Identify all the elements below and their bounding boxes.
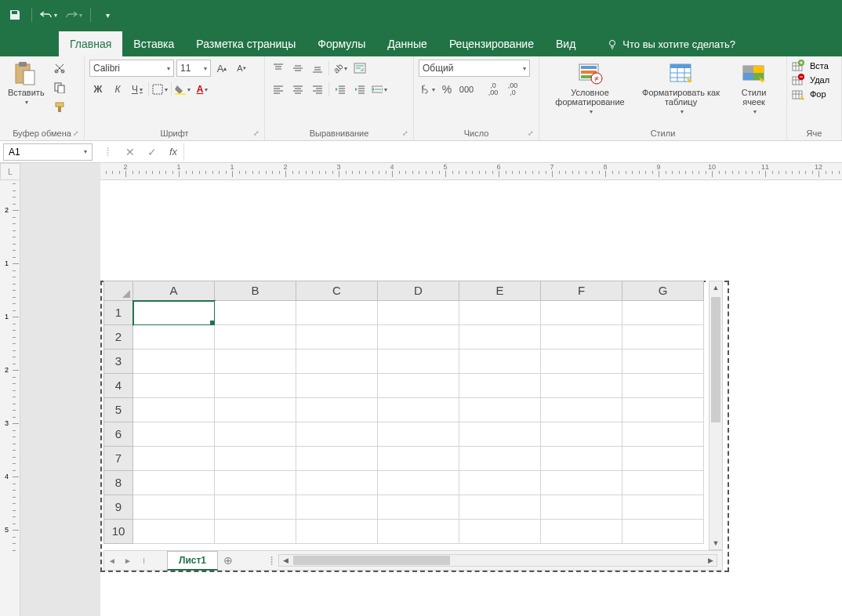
cell[interactable] [133, 301, 215, 325]
cell[interactable] [541, 374, 622, 398]
cell[interactable] [459, 325, 541, 350]
align-left-icon[interactable] [270, 81, 287, 98]
decrease-decimal-icon[interactable]: ,00,0 [504, 81, 521, 98]
cancel-formula-icon[interactable]: ✕ [119, 146, 141, 158]
cell[interactable] [541, 422, 622, 447]
vertical-scrollbar[interactable]: ▲ ▼ [709, 281, 723, 550]
delete-cells-button[interactable]: Удал [792, 74, 829, 86]
cell[interactable] [459, 374, 541, 398]
wrap-text-icon[interactable] [351, 60, 368, 77]
column-header[interactable]: G [622, 281, 704, 301]
cell[interactable] [622, 422, 704, 447]
row-header[interactable]: 10 [103, 520, 133, 544]
row-header[interactable]: 3 [103, 350, 133, 374]
align-bottom-icon[interactable] [309, 60, 326, 77]
vertical-ruler[interactable]: 2112345 [0, 180, 20, 616]
cell[interactable] [215, 447, 296, 471]
tab-data[interactable]: Данные [376, 31, 438, 56]
cell[interactable] [215, 350, 296, 374]
cell[interactable] [378, 350, 459, 374]
cell[interactable] [378, 447, 459, 471]
fx-icon[interactable]: fx [163, 146, 183, 158]
cell[interactable] [133, 447, 215, 471]
merge-cells-icon[interactable]: ▾ [371, 81, 388, 98]
cell[interactable] [622, 471, 704, 495]
scrollbar-thumb[interactable] [711, 297, 720, 422]
redo-icon[interactable]: ▾ [65, 6, 82, 24]
row-header[interactable]: 4 [103, 374, 133, 398]
increase-font-icon[interactable]: A▴ [213, 60, 230, 77]
cell[interactable] [541, 301, 622, 325]
cell[interactable] [541, 520, 622, 544]
scrollbar-thumb[interactable] [293, 556, 450, 565]
increase-indent-icon[interactable] [351, 81, 368, 98]
scroll-down-icon[interactable]: ▼ [710, 537, 722, 549]
cell-styles-button[interactable]: Стили ячеек▾ [726, 60, 782, 117]
cell[interactable] [378, 495, 459, 520]
cell[interactable] [541, 495, 622, 520]
cell[interactable] [622, 350, 704, 374]
bold-button[interactable]: Ж [89, 81, 107, 98]
cell[interactable] [133, 374, 215, 398]
cell[interactable] [459, 301, 541, 325]
cell[interactable] [378, 374, 459, 398]
font-name-combo[interactable]: Calibri▾ [89, 60, 174, 77]
align-top-icon[interactable] [270, 60, 287, 77]
column-header[interactable]: F [541, 281, 622, 301]
row-header[interactable]: 7 [103, 447, 133, 471]
font-color-icon[interactable]: А▾ [194, 81, 211, 98]
column-header[interactable]: B [215, 281, 296, 301]
tab-review[interactable]: Рецензирование [438, 31, 545, 56]
row-header[interactable]: 5 [103, 398, 133, 422]
cell[interactable] [459, 422, 541, 447]
cell[interactable] [215, 422, 296, 447]
format-cells-button[interactable]: Фор [792, 88, 829, 100]
cell[interactable] [378, 325, 459, 350]
enter-formula-icon[interactable]: ✓ [141, 146, 163, 158]
cell[interactable] [296, 374, 378, 398]
cell[interactable] [541, 325, 622, 350]
cell[interactable] [622, 495, 704, 520]
column-header[interactable]: C [296, 281, 378, 301]
cell[interactable] [215, 374, 296, 398]
cell[interactable] [622, 374, 704, 398]
tab-view[interactable]: Вид [545, 31, 586, 56]
decrease-font-icon[interactable]: A▾ [233, 60, 250, 77]
column-header[interactable]: D [378, 281, 459, 301]
cell[interactable] [296, 495, 378, 520]
cell[interactable] [622, 520, 704, 544]
align-right-icon[interactable] [309, 81, 326, 98]
tell-me[interactable]: Что вы хотите сделать? [596, 32, 746, 56]
cell[interactable] [215, 301, 296, 325]
cell[interactable] [215, 398, 296, 422]
increase-decimal-icon[interactable]: ,0,00 [485, 81, 502, 98]
cell[interactable] [622, 301, 704, 325]
cell[interactable] [541, 471, 622, 495]
horizontal-ruler[interactable]: 21123456789101112 [100, 163, 842, 180]
cell[interactable] [378, 471, 459, 495]
cell[interactable] [459, 398, 541, 422]
cell[interactable] [541, 350, 622, 374]
italic-button[interactable]: К [109, 81, 126, 98]
cell[interactable] [296, 520, 378, 544]
format-painter-icon[interactable] [51, 99, 68, 116]
scroll-left-icon[interactable]: ◀ [279, 555, 292, 566]
select-all-corner[interactable] [103, 281, 133, 301]
cell[interactable] [459, 471, 541, 495]
underline-button[interactable]: Ч▾ [129, 81, 146, 98]
orientation-icon[interactable]: ab▾ [332, 60, 349, 77]
qat-customize-icon[interactable]: ▾ [99, 6, 116, 24]
formula-input[interactable] [183, 143, 842, 161]
accounting-format-icon[interactable]: ▾ [419, 81, 436, 98]
cell[interactable] [622, 325, 704, 350]
horizontal-scrollbar[interactable]: ◀ ▶ [278, 554, 717, 567]
cell[interactable] [133, 350, 215, 374]
scroll-right-icon[interactable]: ▶ [704, 555, 717, 566]
cell[interactable] [215, 325, 296, 350]
number-format-combo[interactable]: Общий▾ [419, 60, 530, 77]
decrease-indent-icon[interactable] [332, 81, 349, 98]
cell[interactable] [215, 471, 296, 495]
column-header[interactable]: A [133, 281, 215, 301]
hscroll-resize-icon[interactable]: ⁞ [270, 553, 274, 568]
cell[interactable] [541, 398, 622, 422]
